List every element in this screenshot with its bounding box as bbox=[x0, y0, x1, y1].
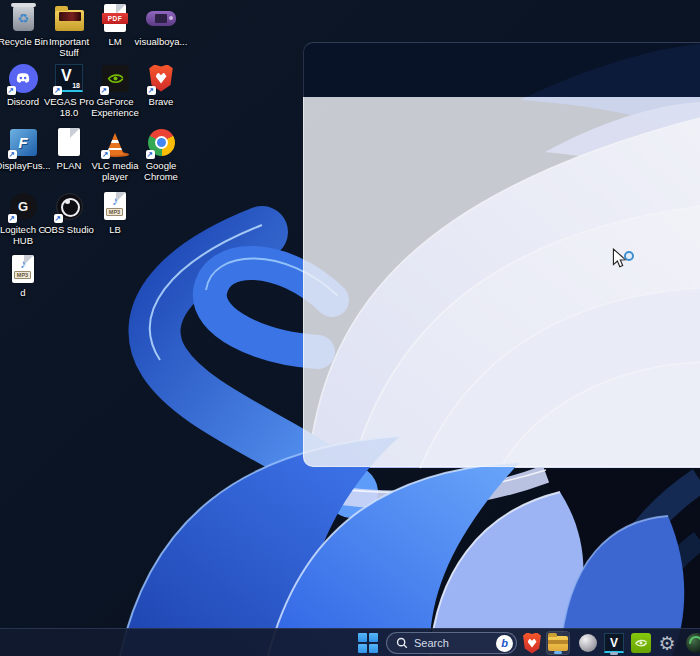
icon-label: Google Chrome bbox=[133, 161, 189, 182]
ghost-window-body[interactable] bbox=[303, 97, 700, 467]
desktop-icon-d-mp3[interactable]: ♪ MP3 d bbox=[0, 253, 51, 299]
displayfusion-f-glyph: F bbox=[18, 134, 27, 151]
taskbar-app-round-gray[interactable] bbox=[576, 631, 600, 655]
running-indicator bbox=[554, 651, 562, 654]
document-icon bbox=[58, 128, 80, 156]
taskbar-app-settings[interactable]: ⚙ bbox=[655, 631, 679, 655]
start-button[interactable] bbox=[356, 631, 380, 655]
shortcut-arrow-icon: ↗ bbox=[101, 150, 110, 159]
mp3-file-icon: ♪ MP3 bbox=[104, 192, 126, 220]
desktop-icon-visualboyadvance[interactable]: visualboya... bbox=[133, 2, 189, 48]
round-gray-app-icon bbox=[579, 634, 597, 652]
icon-label: PLAN bbox=[57, 161, 82, 172]
taskbar: Search b V ⚙ bbox=[0, 628, 700, 656]
music-note-glyph: ♪ bbox=[104, 195, 126, 207]
shortcut-arrow-icon: ↗ bbox=[147, 86, 156, 95]
music-note-glyph: ♪ bbox=[12, 258, 34, 270]
desktop-icon-brave[interactable]: ↗ Brave bbox=[133, 62, 189, 108]
shortcut-arrow-icon: ↗ bbox=[54, 214, 63, 223]
shortcut-arrow-icon: ↗ bbox=[100, 86, 109, 95]
shortcut-arrow-icon: ↗ bbox=[53, 86, 62, 95]
taskbar-app-geforce-experience[interactable] bbox=[629, 631, 653, 655]
desktop-icon-lb-mp3[interactable]: ♪ MP3 LB bbox=[87, 190, 143, 236]
search-icon bbox=[396, 637, 408, 649]
windows-logo-icon bbox=[358, 633, 378, 653]
taskbar-app-vegas-pro[interactable]: V bbox=[602, 631, 626, 655]
recycle-bin-icon: ♻ bbox=[13, 6, 34, 31]
icon-label: LM bbox=[108, 37, 121, 48]
icon-label: d bbox=[20, 288, 25, 299]
pdf-file-icon: PDF bbox=[104, 4, 126, 32]
shortcut-arrow-icon: ↗ bbox=[8, 150, 17, 159]
vegas-18-badge: 18 bbox=[72, 82, 80, 89]
edge-cut-app-icon bbox=[686, 633, 700, 653]
vegas-v-glyph: V bbox=[61, 67, 72, 85]
shortcut-arrow-icon: ↗ bbox=[8, 214, 17, 223]
taskbar-app-brave[interactable] bbox=[520, 631, 544, 655]
geforce-experience-icon bbox=[631, 633, 651, 653]
taskbar-app-file-explorer[interactable] bbox=[546, 631, 570, 655]
running-indicator bbox=[610, 652, 618, 655]
mp3-file-icon: ♪ MP3 bbox=[12, 255, 34, 283]
icon-label: visualboya... bbox=[135, 37, 188, 48]
pdf-badge: PDF bbox=[102, 13, 128, 24]
desktop-screen: ♻ Recycle Bin Important Stuff PDF LM vis… bbox=[0, 0, 700, 656]
taskbar-app-edge-cut[interactable] bbox=[684, 631, 700, 655]
mp3-badge: MP3 bbox=[14, 271, 31, 279]
brave-icon bbox=[523, 633, 542, 654]
file-explorer-icon bbox=[548, 636, 568, 651]
recycle-glyph: ♻ bbox=[17, 12, 29, 25]
gameboy-advance-icon bbox=[146, 11, 176, 26]
icon-label: LB bbox=[109, 225, 121, 236]
gear-icon: ⚙ bbox=[658, 634, 675, 653]
taskbar-search-box[interactable]: Search b bbox=[386, 632, 517, 654]
folder-icon bbox=[55, 10, 84, 31]
icon-label: Discord bbox=[7, 97, 39, 108]
vegas-pro-icon: V bbox=[604, 633, 624, 653]
ghost-window-titlebar[interactable] bbox=[303, 42, 700, 97]
shortcut-arrow-icon: ↗ bbox=[146, 150, 155, 159]
desktop-icon-google-chrome[interactable]: ↗ Google Chrome bbox=[133, 126, 189, 182]
logitech-g-glyph: G bbox=[18, 199, 28, 214]
bing-icon: b bbox=[496, 635, 513, 652]
shortcut-arrow-icon: ↗ bbox=[7, 86, 16, 95]
search-placeholder: Search bbox=[414, 637, 496, 649]
mp3-badge: MP3 bbox=[106, 208, 123, 216]
icon-label: Brave bbox=[149, 97, 174, 108]
